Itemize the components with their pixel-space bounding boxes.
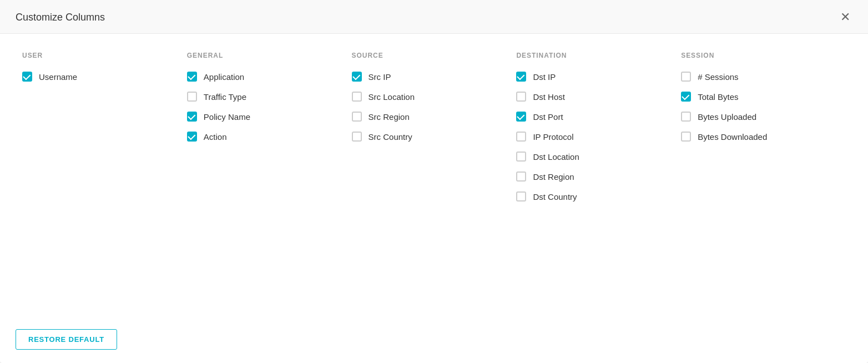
checkbox-item-ip-protocol[interactable]: IP Protocol	[516, 132, 670, 142]
dialog-header: Customize Columns ✕	[0, 0, 868, 34]
checkbox-src-location[interactable]	[352, 92, 362, 102]
group-destination: DESTINATIONDst IPDst HostDst PortIP Prot…	[516, 52, 681, 307]
checkbox-total-bytes[interactable]	[681, 92, 691, 102]
label-application: Application	[204, 72, 244, 82]
group-general: GENERALApplicationTraffic TypePolicy Nam…	[187, 52, 352, 307]
checkbox-list-general: ApplicationTraffic TypePolicy NameAction	[187, 72, 341, 142]
checkbox-dst-port[interactable]	[516, 112, 526, 122]
checkbox-item-bytes-uploaded[interactable]: Bytes Uploaded	[681, 112, 835, 122]
checkbox-item-src-location[interactable]: Src Location	[352, 92, 506, 102]
restore-default-button[interactable]: RESTORE DEFAULT	[16, 329, 117, 350]
group-source: SOURCESrc IPSrc LocationSrc RegionSrc Co…	[352, 52, 517, 307]
checkbox-item-dst-location[interactable]: Dst Location	[516, 152, 670, 162]
label-dst-host: Dst Host	[533, 92, 565, 102]
label-bytes-uploaded: Bytes Uploaded	[698, 112, 756, 122]
checkbox-item-application[interactable]: Application	[187, 72, 341, 82]
checkbox-list-destination: Dst IPDst HostDst PortIP ProtocolDst Loc…	[516, 72, 670, 201]
label-traffic-type: Traffic Type	[204, 92, 246, 102]
group-title-destination: DESTINATION	[516, 52, 670, 59]
label-dst-ip: Dst IP	[533, 72, 556, 82]
checkbox-list-source: Src IPSrc LocationSrc RegionSrc Country	[352, 72, 506, 142]
customize-columns-dialog: Customize Columns ✕ USERUsernameGENERALA…	[0, 0, 868, 363]
checkbox-item-username[interactable]: Username	[22, 72, 176, 82]
group-title-user: USER	[22, 52, 176, 59]
checkbox-dst-country[interactable]	[516, 191, 526, 201]
checkbox-item-dst-country[interactable]: Dst Country	[516, 191, 670, 201]
label-action: Action	[204, 132, 227, 142]
label-src-region: Src Region	[369, 112, 410, 122]
label-bytes-downloaded: Bytes Downloaded	[698, 132, 767, 142]
checkbox-item-traffic-type[interactable]: Traffic Type	[187, 92, 341, 102]
label-src-country: Src Country	[369, 132, 412, 142]
checkbox-item-src-country[interactable]: Src Country	[352, 132, 506, 142]
dialog-body: USERUsernameGENERALApplicationTraffic Ty…	[0, 34, 868, 320]
group-title-source: SOURCE	[352, 52, 506, 59]
checkbox-action[interactable]	[187, 132, 197, 142]
checkbox-src-region[interactable]	[352, 112, 362, 122]
checkbox-item-policy-name[interactable]: Policy Name	[187, 112, 341, 122]
checkbox-item-src-ip[interactable]: Src IP	[352, 72, 506, 82]
checkbox-bytes-uploaded[interactable]	[681, 112, 691, 122]
checkbox-item-bytes-downloaded[interactable]: Bytes Downloaded	[681, 132, 835, 142]
checkbox-num-sessions[interactable]	[681, 72, 691, 82]
checkbox-item-dst-ip[interactable]: Dst IP	[516, 72, 670, 82]
label-src-ip: Src IP	[369, 72, 391, 82]
checkbox-list-session: # SessionsTotal BytesBytes UploadedBytes…	[681, 72, 835, 142]
checkbox-item-total-bytes[interactable]: Total Bytes	[681, 92, 835, 102]
label-dst-port: Dst Port	[533, 112, 563, 122]
group-user: USERUsername	[22, 52, 187, 307]
label-dst-region: Dst Region	[533, 172, 574, 182]
checkbox-ip-protocol[interactable]	[516, 132, 526, 142]
checkbox-policy-name[interactable]	[187, 112, 197, 122]
checkbox-item-dst-port[interactable]: Dst Port	[516, 112, 670, 122]
checkbox-item-action[interactable]: Action	[187, 132, 341, 142]
close-button[interactable]: ✕	[838, 10, 852, 24]
checkbox-dst-host[interactable]	[516, 92, 526, 102]
checkbox-username[interactable]	[22, 72, 32, 82]
label-ip-protocol: IP Protocol	[533, 132, 573, 142]
checkbox-src-ip[interactable]	[352, 72, 362, 82]
checkbox-application[interactable]	[187, 72, 197, 82]
dialog-title: Customize Columns	[16, 12, 105, 23]
checkbox-dst-ip[interactable]	[516, 72, 526, 82]
checkbox-traffic-type[interactable]	[187, 92, 197, 102]
group-title-session: SESSION	[681, 52, 835, 59]
label-dst-country: Dst Country	[533, 192, 577, 201]
group-session: SESSION# SessionsTotal BytesBytes Upload…	[681, 52, 846, 307]
label-num-sessions: # Sessions	[698, 72, 738, 82]
checkbox-item-src-region[interactable]: Src Region	[352, 112, 506, 122]
checkbox-item-dst-host[interactable]: Dst Host	[516, 92, 670, 102]
group-title-general: GENERAL	[187, 52, 341, 59]
label-policy-name: Policy Name	[204, 112, 250, 122]
label-total-bytes: Total Bytes	[698, 92, 738, 102]
checkbox-item-dst-region[interactable]: Dst Region	[516, 172, 670, 182]
label-dst-location: Dst Location	[533, 152, 579, 162]
label-src-location: Src Location	[369, 92, 415, 102]
checkbox-src-country[interactable]	[352, 132, 362, 142]
checkbox-dst-location[interactable]	[516, 152, 526, 162]
checkbox-bytes-downloaded[interactable]	[681, 132, 691, 142]
checkbox-item-num-sessions[interactable]: # Sessions	[681, 72, 835, 82]
dialog-footer: RESTORE DEFAULT	[0, 320, 868, 363]
checkbox-dst-region[interactable]	[516, 172, 526, 182]
checkbox-list-user: Username	[22, 72, 176, 82]
label-username: Username	[39, 72, 77, 82]
